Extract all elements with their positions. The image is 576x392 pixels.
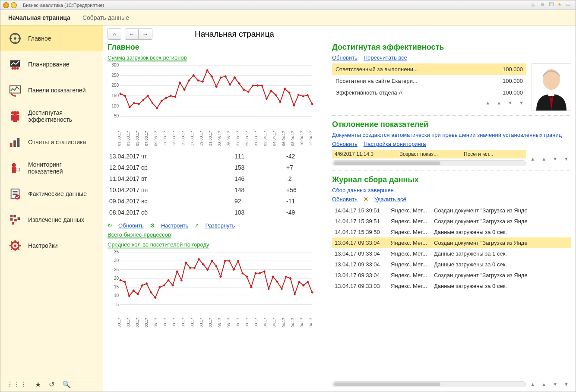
table-row[interactable]: 13.04.17 09:33:03Яндекс. Мет...Данные за…	[332, 281, 571, 291]
svg-text:03.17: 03.17	[218, 318, 222, 328]
table-row[interactable]: 11.04.2017 вт146-2	[108, 173, 323, 184]
sidebar-item-8[interactable]: Настройки	[0, 233, 103, 259]
log-table: 14.04.17 15:39:51Яндекс. Мет...Создан до…	[332, 205, 571, 291]
table-row[interactable]: Посетители на сайте Екатери...100.000	[332, 75, 526, 87]
sidebar-icon	[8, 213, 22, 227]
sidebar-item-label: Мониторинг показателей	[28, 161, 95, 175]
sidebar-item-4[interactable]: Отчеты и статистика	[0, 129, 103, 155]
svg-text:03.17: 03.17	[245, 318, 249, 328]
dev-setup-link[interactable]: Настройка мониторинга	[364, 141, 426, 147]
eff-refresh-link[interactable]: Обновить	[332, 54, 358, 61]
chart1-title-link[interactable]: Сумма загрузок всех регионов	[108, 54, 187, 62]
svg-text:03.03.17: 03.03.17	[126, 131, 130, 146]
svg-text:25: 25	[114, 267, 119, 272]
svg-text:5: 5	[116, 302, 119, 307]
sidebar-item-2[interactable]: Панели показателей	[0, 77, 103, 103]
table-row[interactable]: 14.04.17 15:39:50Яндекс. Мет...Данные за…	[332, 227, 571, 237]
table-row[interactable]: 09.04.2017 вс92-11	[108, 196, 323, 207]
svg-text:23.03.17: 23.03.17	[218, 131, 222, 146]
tab-collect-data[interactable]: Собрать данные	[82, 14, 129, 21]
sidebar-item-3[interactable]: Достигнутая эффективность	[0, 103, 103, 129]
svg-text:08.04.17: 08.04.17	[291, 131, 295, 146]
deviation-row[interactable]: 4/6/2017 11:14:3 Возраст показ... Посети…	[332, 150, 526, 158]
expand-link[interactable]: Развернуть	[205, 222, 235, 229]
forward-button[interactable]: →	[139, 28, 152, 40]
sidebar-item-6[interactable]: Фактические данные	[0, 181, 103, 207]
sidebar-item-0[interactable]: Главное	[0, 25, 103, 51]
tab-start-page[interactable]: Начальная страница	[8, 14, 70, 21]
chart-visitors: 510152025303503.1703.1703.1703.1703.1703…	[108, 249, 323, 335]
log-nav-arrows[interactable]: ▲ ▲ ▼ ▼	[530, 380, 571, 387]
svg-text:02.04.17: 02.04.17	[263, 131, 267, 146]
search-icon[interactable]: 🔍	[62, 380, 71, 389]
dropdown-icon[interactable]	[11, 2, 17, 8]
svg-text:03.17: 03.17	[135, 318, 139, 328]
table-row[interactable]: 14.04.17 15:39:51Яндекс. Мет...Создан до…	[332, 216, 571, 227]
sidebar-item-label: Извлечение данных	[28, 216, 84, 223]
svg-text:07.03.17: 07.03.17	[144, 131, 149, 146]
log-delete-all-link[interactable]: Удалить всё	[374, 196, 406, 202]
doc-icon[interactable]: 🗎	[540, 2, 547, 9]
table-row[interactable]: 13.04.17 09:33:04Яндекс. Мет...Создан до…	[332, 270, 571, 281]
svg-rect-22	[12, 167, 16, 173]
svg-line-42	[11, 242, 13, 243]
page-title: Начальная страница	[195, 29, 274, 39]
star-icon[interactable]: ★	[557, 2, 564, 9]
table-row[interactable]: 14.04.17 15:39:51Яндекс. Мет...Создан до…	[332, 205, 571, 216]
table-row[interactable]: 13.04.17 09:33:04Яндекс. Мет...Создан до…	[332, 237, 571, 248]
calc-icon[interactable]: 🗔	[549, 2, 556, 9]
svg-text:50: 50	[114, 114, 119, 118]
apps-icon[interactable]: ⋮⋮⋮	[6, 380, 27, 389]
sidebar-item-1[interactable]: Планирование	[0, 51, 103, 77]
svg-text:11.03.17: 11.03.17	[163, 131, 167, 146]
data-table: 13.04.2017 чт111-4212.04.2017 ср153+711.…	[108, 151, 323, 218]
table-row[interactable]: Эффективность отдела А100.000	[332, 87, 526, 98]
svg-text:04.17: 04.17	[272, 318, 276, 328]
svg-text:250: 250	[111, 73, 119, 78]
breadcrumb-tabs: Начальная страница Собрать данные	[0, 10, 576, 25]
efficiency-table: Ответственный за выполнени...100.000Посе…	[332, 63, 526, 98]
chart-loads: 5010015020025030001.03.1703.03.1705.03.1…	[108, 62, 323, 148]
sidebar-item-label: Планирование	[28, 61, 70, 68]
svg-text:150: 150	[111, 93, 119, 98]
dev-cell-date: 4/6/2017 11:14:3	[335, 151, 373, 157]
refresh-link[interactable]: Обновить	[118, 222, 144, 229]
window-controls: ⎙ 🗎 🗔 ★ ▭	[532, 2, 573, 9]
dev-nav-arrows[interactable]: ▲ ▲ ▼ ▼	[530, 155, 571, 161]
svg-text:10.04.17: 10.04.17	[300, 131, 304, 146]
table-row[interactable]: 13.04.2017 чт111-42	[108, 151, 323, 162]
heading-efficiency: Достигнутая эффективность	[332, 43, 571, 52]
eff-recalc-link[interactable]: Пересчитать все	[364, 54, 407, 61]
svg-text:03.17: 03.17	[181, 318, 185, 328]
table-row[interactable]: 08.04.2017 сб103-49	[108, 207, 323, 218]
svg-text:04.17: 04.17	[300, 318, 304, 328]
home-button[interactable]: ⌂	[108, 28, 121, 40]
dev-scrollbar[interactable]	[332, 160, 526, 166]
sidebar-item-5[interactable]: Мониторинг показателей	[0, 155, 103, 181]
table-row[interactable]: 13.04.17 09:33:04Яндекс. Мет...Данные за…	[332, 259, 571, 270]
table-row[interactable]: 10.04.2017 пн148+56	[108, 184, 323, 196]
history-icon[interactable]: ↺	[49, 380, 54, 389]
log-scrollbar[interactable]	[332, 381, 526, 387]
min-icon[interactable]: ▭	[566, 2, 573, 9]
setup-link[interactable]: Настроить	[161, 222, 189, 229]
app-icon	[3, 2, 9, 8]
sidebar-icon	[8, 135, 22, 149]
table-row[interactable]: 13.04.17 09:33:04Яндекс. Мет...Данные за…	[332, 248, 571, 259]
dev-refresh-link[interactable]: Обновить	[332, 141, 358, 147]
sidebar-item-7[interactable]: Извлечение данных	[0, 207, 103, 233]
table-row[interactable]: Ответственный за выполнени...100.000	[332, 63, 526, 75]
table-row[interactable]: 12.04.2017 ср153+7	[108, 162, 323, 173]
back-button[interactable]: ←	[125, 28, 139, 40]
print-icon[interactable]: ⎙	[532, 2, 538, 9]
chart2-title-link[interactable]: Среднее кол-во посетителей по городу	[108, 241, 209, 249]
svg-point-11	[14, 95, 16, 97]
svg-text:35: 35	[114, 250, 119, 254]
svg-rect-17	[13, 115, 17, 122]
favorite-icon[interactable]: ★	[35, 380, 41, 389]
efficiency-nav-arrows[interactable]: ▲ ▲ ▼ ▼	[332, 98, 526, 105]
link-processes[interactable]: Всего бизнес-процессов	[108, 231, 171, 239]
svg-point-1	[14, 37, 16, 40]
log-refresh-link[interactable]: Обновить	[332, 196, 358, 202]
svg-rect-33	[14, 219, 17, 221]
